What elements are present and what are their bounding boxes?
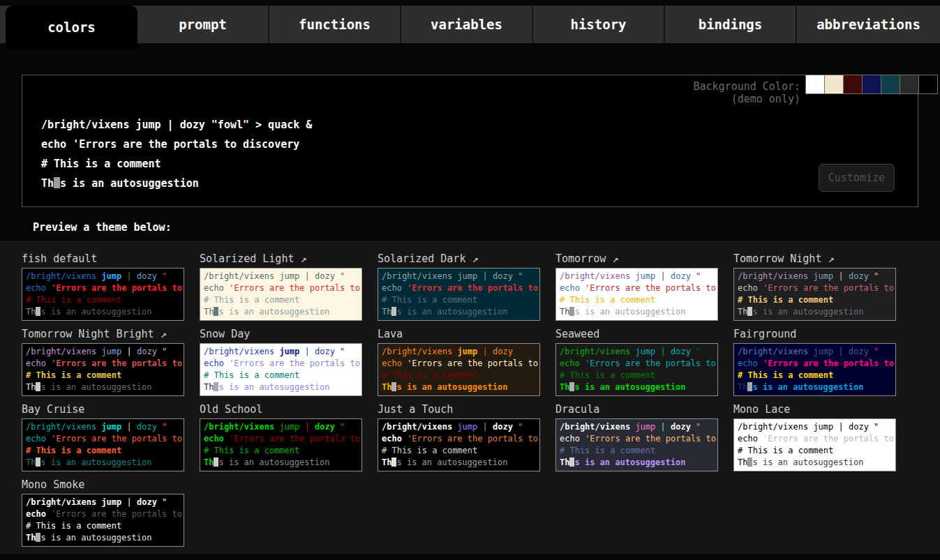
theme-title[interactable]: Tomorrow Night ↗ [733,252,896,265]
code-segment: s is an autosuggestion [574,307,685,317]
code-segment: echo [204,358,229,368]
theme-title[interactable]: Solarized Light ↗ [200,252,362,265]
code-segment: s is an autosuggestion [218,307,329,317]
theme-title[interactable]: Tomorrow ↗ [555,252,718,265]
theme-title[interactable]: Solarized Dark ↗ [378,252,540,265]
code-segment: Th [560,307,569,317]
code-segment: jump [274,422,299,432]
tab-functions[interactable]: functions [269,6,401,43]
theme-preview-box[interactable]: /bright/vixens jump | dozy "echo 'Errors… [733,418,896,471]
tab-bindings[interactable]: bindings [665,6,797,43]
bg-swatch-dark-teal[interactable] [881,75,900,94]
tab-variables[interactable]: variables [401,6,533,43]
theme-card-mono-lace[interactable]: Mono Lace/bright/vixens jump | dozy "ech… [733,403,896,471]
bg-swatch-navy[interactable] [862,75,881,94]
code-line: /bright/vixens jump | dozy " [560,271,714,282]
code-segment: 'Errors are the portals to discovery [51,509,184,519]
theme-preview-box[interactable]: /bright/vixens jump | dozy "echo 'Errors… [733,343,896,396]
theme-preview-box[interactable]: /bright/vixens jump | dozy "echo 'Errors… [378,268,540,321]
code-line: echo 'Errors are the portals to discover… [26,358,180,370]
theme-preview-box[interactable]: /bright/vixens jump | dozy "echo 'Errors… [200,268,362,321]
theme-card-seaweed[interactable]: Seaweed/bright/vixens jump | dozy "echo … [555,328,718,396]
bg-swatch-dark-red[interactable] [843,75,863,94]
bg-swatch-charcoal[interactable] [900,75,919,94]
theme-card-mono-smoke[interactable]: Mono Smoke/bright/vixens jump | dozy "ec… [22,478,184,547]
theme-card-just-a-touch[interactable]: Just a Touch/bright/vixens jump | dozy "… [378,403,540,471]
code-segment: " [869,422,879,432]
code-segment: echo [26,358,51,368]
preview-heading: Preview a theme below: [33,221,940,234]
code-segment: | [299,347,315,356]
code-segment: dozy [315,347,335,356]
code-segment: 'Errors are the portals to discovery [585,358,718,368]
theme-preview-box[interactable]: /bright/vixens jump | dozy "echo 'Errors… [555,418,718,471]
theme-preview-box[interactable]: /bright/vixens jump | dozy "echo 'Errors… [378,418,540,471]
code-segment: 'Errors are the portals to discovery [763,358,896,368]
theme-card-lava[interactable]: Lava/bright/vixens jump | dozy "echo 'Er… [378,328,540,396]
theme-card-bay-cruise[interactable]: Bay Cruise/bright/vixens jump | dozy "ec… [22,403,184,471]
theme-card-fish-default[interactable]: fish default/bright/vixens jump | dozy "… [22,252,184,321]
bg-swatch-cream[interactable] [824,75,844,94]
tab-colors[interactable]: colors [6,6,137,49]
code-segment: echo [738,283,763,293]
background-color-picker: Background Color: (demo only) [693,75,938,105]
theme-card-old-school[interactable]: Old School/bright/vixens jump | dozy "ec… [200,403,362,471]
code-line: # This is a comment [382,294,536,306]
theme-preview-box[interactable]: /bright/vixens jump | dozy "echo 'Errors… [22,418,184,471]
code-segment: /bright/vixens [560,271,630,281]
theme-preview-box[interactable]: /bright/vixens jump | dozy "echo 'Errors… [555,343,718,396]
code-segment: echo [738,434,763,444]
code-segment: # This is a comment [204,446,299,455]
theme-card-tomorrow[interactable]: Tomorrow ↗/bright/vixens jump | dozy "ec… [555,252,718,321]
code-segment: dozy [671,422,691,432]
code-segment: Th [204,382,214,392]
bg-swatch-black[interactable] [918,75,938,94]
tab-abbreviations[interactable]: abbreviations [797,6,940,43]
theme-preview-box[interactable]: /bright/vixens jump | dozy "echo 'Errors… [200,418,362,471]
customize-button[interactable]: Customize [819,164,895,192]
theme-preview-box[interactable]: /bright/vixens jump | dozy "echo 'Errors… [22,268,184,321]
code-segment: /bright/vixens [382,422,452,432]
code-segment: Th [738,457,747,467]
cursor-block [54,177,60,188]
code-segment: 'Errors are the portals to discovery [407,434,540,444]
bg-swatch-white[interactable] [805,75,825,94]
theme-card-tomorrow-night[interactable]: Tomorrow Night ↗/bright/vixens jump | do… [733,252,896,321]
code-segment: jump [808,347,833,356]
code-segment: dozy [849,422,869,432]
theme-card-solarized-dark[interactable]: Solarized Dark ↗/bright/vixens jump | do… [378,252,540,321]
code-segment: echo [560,434,585,444]
code-line: Ths is an autosuggestion [26,457,180,469]
theme-preview-box[interactable]: /bright/vixens jump | dozy "echo 'Errors… [733,268,896,321]
theme-card-solarized-light[interactable]: Solarized Light ↗/bright/vixens jump | d… [200,252,362,321]
code-segment: s is an autosuggestion [574,457,685,467]
code-segment: # This is a comment [204,370,299,380]
code-line: Ths is an autosuggestion [738,306,892,318]
code-segment: s is an autosuggestion [218,457,329,467]
theme-card-fairground[interactable]: Fairground/bright/vixens jump | dozy "ec… [733,328,896,396]
code-segment: # This is a comment [738,370,833,380]
code-segment: Th [560,457,569,467]
theme-preview-box[interactable]: /bright/vixens jump | dozy "echo 'Errors… [378,343,540,396]
theme-card-dracula[interactable]: Dracula/bright/vixens jump | dozy "echo … [555,403,718,471]
theme-preview-box[interactable]: /bright/vixens jump | dozy "echo 'Errors… [22,343,184,396]
theme-title[interactable]: Tomorrow Night Bright ↗ [22,328,184,340]
theme-preview-box[interactable]: /bright/vixens jump | dozy "echo 'Errors… [200,343,362,396]
theme-grid: fish default/bright/vixens jump | dozy "… [0,241,940,554]
tab-prompt[interactable]: prompt [137,6,269,43]
code-segment: Th [204,457,214,467]
code-segment: echo [738,358,763,368]
theme-preview-box[interactable]: /bright/vixens jump | dozy "echo 'Errors… [555,268,718,321]
code-segment: " [513,422,523,432]
code-segment: " [513,347,523,356]
code-segment: /bright/vixens [382,271,452,281]
tab-history[interactable]: history [533,6,665,43]
theme-card-tomorrow-night-bright[interactable]: Tomorrow Night Bright ↗/bright/vixens ju… [22,328,184,396]
background-color-label-line1: Background Color: [693,80,800,93]
code-segment: 'Errors are the portals to discovery [407,283,540,293]
code-line: # This is a comment [26,445,180,457]
theme-preview-box[interactable]: /bright/vixens jump | dozy "echo 'Errors… [22,494,184,547]
code-segment: dozy [137,422,157,432]
theme-card-snow-day[interactable]: Snow Day/bright/vixens jump | dozy "echo… [200,328,362,396]
code-segment: Th [382,457,391,467]
